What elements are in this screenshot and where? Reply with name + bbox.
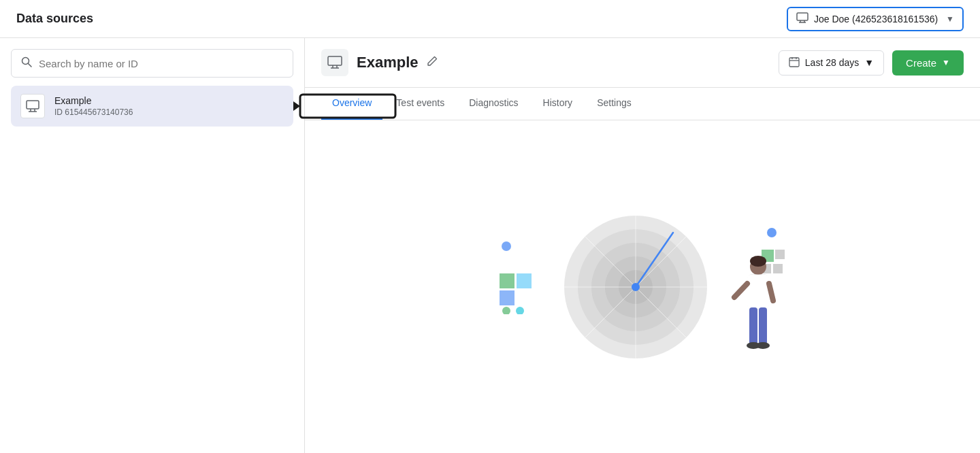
create-chevron-icon: ▼ <box>942 58 950 67</box>
svg-rect-12 <box>328 56 342 65</box>
ds-item-name: Example <box>54 95 133 106</box>
page-title: Data sources <box>16 12 93 26</box>
svg-rect-47 <box>749 307 757 345</box>
right-panel-header: Example <box>305 38 980 88</box>
ds-item-info: Example ID 615445673140736 <box>54 95 133 117</box>
svg-marker-11 <box>293 101 300 111</box>
svg-point-37 <box>767 228 777 237</box>
ds-item-id: ID 615445673140736 <box>54 107 133 117</box>
panel-icon <box>321 49 348 76</box>
svg-rect-22 <box>517 273 532 288</box>
deco-squares-left <box>500 233 547 314</box>
tab-history[interactable]: History <box>532 88 584 120</box>
svg-point-36 <box>632 283 640 291</box>
panel-title: Example <box>357 54 419 71</box>
svg-point-24 <box>502 307 510 314</box>
main-layout: Example ID 615445673140736 <box>0 38 980 453</box>
person-figure <box>724 253 779 375</box>
svg-point-51 <box>750 256 766 267</box>
svg-rect-44 <box>747 275 769 309</box>
date-range-button[interactable]: Last 28 days ▼ <box>779 50 884 76</box>
calendar-icon <box>789 56 800 69</box>
content-area <box>305 120 980 453</box>
search-input[interactable] <box>39 58 283 69</box>
illustration <box>500 192 785 382</box>
svg-rect-23 <box>500 290 514 305</box>
search-icon <box>21 56 32 70</box>
radar-chart <box>561 212 710 362</box>
right-panel: Example <box>305 38 980 453</box>
top-header: Data sources Joe Doe (426523618161536) ▼ <box>0 0 980 38</box>
svg-rect-21 <box>500 273 514 288</box>
tab-diagnostics[interactable]: Diagnostics <box>458 88 529 120</box>
create-button-label: Create <box>906 57 936 69</box>
svg-rect-6 <box>27 101 39 109</box>
chevron-down-icon: ▼ <box>946 14 954 24</box>
svg-point-20 <box>502 241 511 251</box>
tab-overview[interactable]: Overview <box>321 88 382 120</box>
create-button[interactable]: Create ▼ <box>892 50 964 76</box>
svg-point-25 <box>516 307 524 314</box>
account-label: Joe Doe (426523618161536) <box>814 14 941 24</box>
tab-test-events[interactable]: Test events <box>385 88 455 120</box>
tab-settings[interactable]: Settings <box>586 88 642 120</box>
account-selector[interactable]: Joe Doe (426523618161536) ▼ <box>787 7 964 31</box>
svg-rect-48 <box>759 307 767 345</box>
title-group: Example <box>321 49 438 76</box>
tabs-bar: Overview Test events Diagnostics History… <box>305 88 980 120</box>
svg-rect-16 <box>789 58 799 67</box>
right-panel-actions: Last 28 days ▼ Create ▼ <box>779 50 964 76</box>
svg-line-5 <box>29 64 32 67</box>
monitor-icon <box>796 12 808 26</box>
svg-line-46 <box>769 284 773 301</box>
left-sidebar: Example ID 615445673140736 <box>0 38 305 453</box>
ds-item-icon <box>20 94 45 118</box>
svg-line-45 <box>734 284 747 297</box>
svg-point-50 <box>756 342 770 349</box>
edit-icon[interactable] <box>427 56 438 69</box>
search-box[interactable] <box>11 49 293 78</box>
date-range-chevron-icon: ▼ <box>864 57 874 68</box>
date-range-label: Last 28 days <box>805 57 859 68</box>
svg-rect-0 <box>797 13 808 20</box>
list-item[interactable]: Example ID 615445673140736 <box>11 86 293 127</box>
